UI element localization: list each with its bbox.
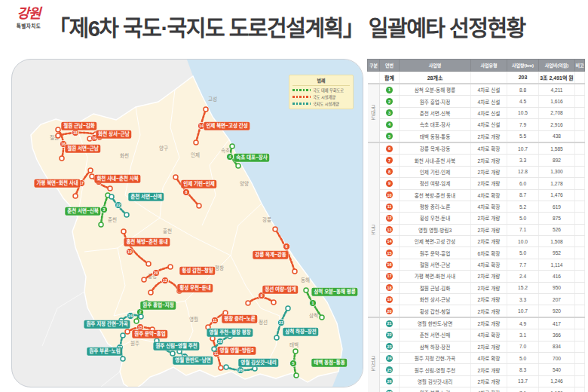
road-endpoint xyxy=(273,227,277,231)
project-type-cell: 2차로 개량 xyxy=(471,166,507,177)
row-number-cell: 4 xyxy=(380,119,400,130)
road-endpoint xyxy=(134,319,139,323)
project-length-cell: 7.1 xyxy=(507,224,539,235)
region-label: 원주 xyxy=(130,340,139,347)
road-number: 24 xyxy=(128,314,133,318)
project-note-cell xyxy=(575,259,585,270)
region-label: 태백 xyxy=(289,341,299,348)
region-label: 화천 xyxy=(120,152,129,159)
project-badge-13: 영월 영월~방림3 xyxy=(217,347,256,355)
project-length-cell: 13.7 xyxy=(507,375,539,387)
project-note-cell xyxy=(575,178,585,189)
row-number-chip: 6 xyxy=(386,145,393,152)
project-length-cell: 8.3 xyxy=(507,364,539,375)
road-endpoint xyxy=(286,306,290,311)
project-type-cell: 4차로 확장 xyxy=(471,352,507,363)
project-cost-cell: 2,708 xyxy=(539,107,575,118)
project-type-cell: 2차로 개량 xyxy=(471,224,507,235)
region-label: 평창 xyxy=(215,265,224,271)
project-length-cell: 7.9 xyxy=(507,119,539,130)
road-number: 5 xyxy=(292,361,295,366)
row-number-cell: 9 xyxy=(380,178,400,189)
project-note-cell xyxy=(575,142,585,155)
road-number: 3 xyxy=(103,207,106,212)
project-cost-cell: 366 xyxy=(539,329,575,341)
project-badge-12: 횡성 우천~둔내 xyxy=(177,284,213,292)
project-length-cell: 7.7 xyxy=(507,259,539,270)
row-number-cell: 3 xyxy=(380,107,400,118)
road-endpoint xyxy=(271,300,276,305)
page-title: 「제6차 국도·국지도 도로건설계획」 일괄예타 선정현황 xyxy=(48,11,585,42)
project-badge-6: 강릉 옥계~강동 xyxy=(253,251,288,259)
project-cost-cell: 526 xyxy=(539,224,575,235)
row-number-cell: 8 xyxy=(380,166,400,177)
row-number-cell: 13 xyxy=(380,224,400,235)
total-type xyxy=(471,72,507,84)
project-length-cell: 5.0 xyxy=(507,247,539,259)
road-endpoint xyxy=(56,133,60,138)
table-row: 국대도1삼척 오분-동해 평릉4차로 신설8.84,211 xyxy=(368,84,585,96)
row-number-cell: 23 xyxy=(380,341,400,352)
table-row: 13영월 영월-방림32차로 개량7.1526 xyxy=(368,224,585,235)
project-note-cell xyxy=(575,166,585,177)
row-number-chip: 12 xyxy=(386,215,393,222)
legend-item-label: 국도 시설개량 xyxy=(313,94,335,100)
project-name-cell: 홍천 북방-춘천 동내 xyxy=(400,189,471,201)
project-badge-16: 철원 서면~근남 xyxy=(65,145,100,153)
column-header: 사업비(억원) xyxy=(539,60,575,72)
column-header: 구분 xyxy=(368,60,380,72)
group-label-국지도: 국지도 xyxy=(368,317,380,392)
project-cost-cell: 1,300 xyxy=(539,166,575,177)
project-name-cell: 평창 증리-노론 xyxy=(400,201,471,212)
road-endpoint xyxy=(88,168,93,173)
road-endpoint xyxy=(90,174,94,179)
project-name-cell: 화천 상서-근남 xyxy=(400,294,471,305)
road-endpoint xyxy=(121,229,126,234)
project-badge-8: 인제 기린~인제 xyxy=(181,180,216,188)
region-label: 홍천 xyxy=(163,228,172,234)
table-row: 9정선 여량-임계2차로 개량6.01,278 xyxy=(368,178,585,189)
project-badge-23: 삼척 하장~장전 xyxy=(283,328,318,336)
road-endpoint xyxy=(292,269,297,274)
table-row: 5태백 동점-통동2차로 개량5.5438 xyxy=(368,130,585,142)
road-endpoint xyxy=(170,351,175,356)
row-number-chip: 4 xyxy=(386,121,393,128)
project-length-cell: 8.7 xyxy=(507,189,539,201)
row-number-cell: 14 xyxy=(380,236,400,247)
road-endpoint xyxy=(139,314,143,319)
row-number-chip: 10 xyxy=(386,191,393,198)
table-row: 19화천 상서-근남2차로 개량3.3207 xyxy=(368,294,585,305)
project-name-cell: 영월 영월-방림3 xyxy=(400,224,471,235)
project-badge-24: 원주 지정 간현~가곡 xyxy=(84,320,130,329)
project-type-cell: 2차로 개량 xyxy=(471,341,507,352)
project-length-cell: 5.5 xyxy=(507,130,539,142)
project-cost-cell: 416 xyxy=(539,271,575,282)
project-type-cell: 4차로 확장 xyxy=(471,201,507,212)
region-label: 영월 xyxy=(189,316,198,322)
row-number-chip: 19 xyxy=(386,296,393,303)
project-type-cell: 4차로 신설 xyxy=(471,107,507,118)
project-length-cell: 5.0 xyxy=(507,213,539,224)
road-endpoint xyxy=(146,262,151,266)
project-name-cell: 원주 신림-영월 주천 xyxy=(400,364,471,375)
project-badge-26: 영월 김삿갓~내리 xyxy=(238,359,278,367)
row-number-chip: 23 xyxy=(386,343,393,350)
project-cost-cell: 952 xyxy=(539,247,575,259)
project-cost-cell: 1,278 xyxy=(539,178,575,189)
project-cost-cell: 207 xyxy=(539,294,575,305)
project-name-cell: 삼척 오분-동해 평릉 xyxy=(400,84,471,96)
project-name-cell: 태백 동점-통동 xyxy=(400,130,471,142)
road-number: 6 xyxy=(286,244,288,249)
project-type-cell: 2차로 개량 xyxy=(471,155,507,166)
project-note-cell xyxy=(575,317,585,329)
row-number-chip: 17 xyxy=(386,273,393,280)
project-badge-22: 춘천 서면~신매 xyxy=(128,193,164,201)
project-name-cell: 인제 기린-인제 xyxy=(400,166,471,177)
table-row: 27원주 부론-노림4차로 확장7.11,126 xyxy=(368,387,585,392)
project-note-cell xyxy=(575,201,585,212)
legend-item: 국도 대체 우회도로 xyxy=(292,87,350,93)
row-number-cell: 6 xyxy=(380,142,400,155)
total-label: 합계 xyxy=(380,72,400,84)
project-note-cell xyxy=(575,247,585,259)
project-type-cell: 4차로 신설 xyxy=(471,84,507,96)
